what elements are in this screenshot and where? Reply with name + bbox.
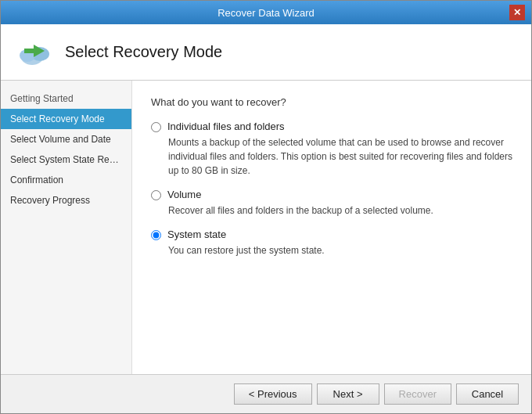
option-group-individual: Individual files and folders Mounts a ba…	[151, 121, 512, 178]
footer: < Previous Next > Recover Cancel	[1, 374, 531, 413]
desc-system-state: You can restore just the system state.	[168, 243, 512, 257]
radio-volume[interactable]	[151, 190, 161, 200]
content-area: Getting Started Select Recovery Mode Sel…	[1, 81, 531, 374]
previous-button[interactable]: < Previous	[234, 383, 312, 405]
label-individual-files[interactable]: Individual files and folders	[167, 121, 285, 132]
option-group-volume: Volume Recover all files and folders in …	[151, 189, 512, 218]
option-row-individual: Individual files and folders	[151, 121, 512, 132]
window-title: Recover Data Wizard	[23, 7, 509, 19]
cancel-button[interactable]: Cancel	[456, 383, 519, 405]
option-group-system-state: System state You can restore just the sy…	[151, 229, 512, 257]
label-volume[interactable]: Volume	[167, 189, 201, 200]
wizard-icon	[16, 34, 54, 71]
sidebar-item-select-volume-date[interactable]: Select Volume and Date	[1, 129, 131, 149]
header-area: Select Recovery Mode	[1, 24, 531, 81]
sidebar-item-select-recovery-mode[interactable]: Select Recovery Mode	[1, 109, 131, 129]
sidebar-item-confirmation[interactable]: Confirmation	[1, 170, 131, 190]
radio-system-state[interactable]	[151, 230, 161, 240]
sidebar: Getting Started Select Recovery Mode Sel…	[1, 81, 132, 374]
sidebar-item-getting-started[interactable]: Getting Started	[1, 88, 131, 109]
recover-button[interactable]: Recover	[384, 383, 451, 405]
question-label: What do you want to recover?	[151, 96, 512, 108]
option-row-volume: Volume	[151, 189, 512, 200]
desc-individual-files: Mounts a backup of the selected volume t…	[168, 135, 512, 178]
option-row-system-state: System state	[151, 229, 512, 240]
header-title: Select Recovery Mode	[65, 43, 222, 61]
main-panel: What do you want to recover? Individual …	[132, 81, 531, 374]
svg-rect-4	[24, 49, 35, 53]
sidebar-item-select-system-state[interactable]: Select System State Reco...	[1, 149, 131, 170]
title-bar: Recover Data Wizard ✕	[1, 1, 531, 24]
main-window: Recover Data Wizard ✕ Select Recovery Mo…	[0, 0, 532, 414]
title-bar-controls: ✕	[509, 5, 525, 20]
sidebar-item-recovery-progress[interactable]: Recovery Progress	[1, 190, 131, 211]
radio-individual-files[interactable]	[151, 122, 161, 132]
next-button[interactable]: Next >	[317, 383, 379, 405]
label-system-state[interactable]: System state	[167, 229, 226, 240]
desc-volume: Recover all files and folders in the bac…	[168, 203, 512, 218]
close-button[interactable]: ✕	[509, 5, 525, 20]
